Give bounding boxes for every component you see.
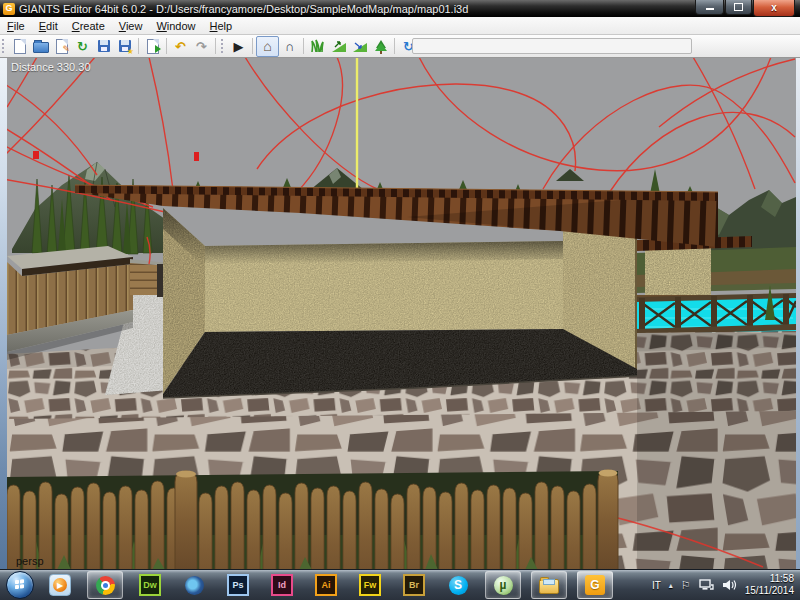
taskbar-indesign[interactable]: Id [265,572,299,598]
home-icon: ⌂ [263,38,271,54]
save-icon [98,40,110,52]
reload-icon: ↻ [77,39,88,54]
taskbar-dreamweaver[interactable]: Dw [133,572,167,598]
clock-date: 15/11/2014 [745,585,794,598]
window-titlebar[interactable]: G GIANTS Editor 64bit 6.0.2 - D:/Users/f… [0,0,800,17]
close-button[interactable]: x [753,0,795,17]
terrain-smooth-button[interactable] [349,37,370,56]
taskbar-explorer[interactable] [531,571,567,599]
play-icon: ▶ [234,39,244,54]
save-as-button[interactable]: ★ [114,37,135,56]
skype-icon: S [449,576,468,595]
main-shed [75,185,718,398]
save-button[interactable] [93,37,114,56]
window-right-border [796,57,800,570]
magnet-icon: ∩ [285,39,294,54]
dreamweaver-icon: Dw [139,574,161,596]
new-file-icon [14,39,26,54]
taskbar-firefox[interactable] [177,572,211,598]
toolbar-grip [2,39,7,53]
camera-label: persp [16,555,44,567]
language-indicator[interactable]: IT [652,580,661,591]
terrain-grass-button[interactable] [307,37,328,56]
magnet-snap-button[interactable]: ∩ [279,37,300,56]
taskbar-giants-editor[interactable]: G [577,571,613,599]
scene-canvas [7,57,796,570]
edit-file-button[interactable]: ✎ [51,37,72,56]
toolbar-separator [303,38,304,54]
minimize-button[interactable] [695,0,724,15]
maximize-button[interactable] [725,0,752,15]
system-tray: IT ▴ ⚐ 11:58 15/11/2014 [652,573,800,598]
pencil-icon: ✎ [62,45,70,54]
close-icon: x [771,3,777,13]
utorrent-icon: µ [494,576,513,595]
redo-button[interactable]: ↷ [191,37,212,56]
menu-view[interactable]: View [112,19,150,33]
chrome-icon [96,576,115,595]
toolbar-grip [221,39,226,53]
taskbar-fireworks[interactable]: Fw [353,572,387,598]
toolbar-separator [138,38,139,54]
indesign-icon: Id [271,574,293,596]
toolbar: ✎ ↻ ★ ↶ ↷ ▶ ⌂ ∩ ↻ ↻ [0,35,800,58]
minimize-icon [706,8,714,10]
terrain-raise-button[interactable] [328,37,349,56]
reload-button[interactable]: ↻ [72,37,93,56]
firefox-icon [185,576,204,595]
menu-file[interactable]: File [0,19,32,33]
tree-brush-button[interactable] [370,37,391,56]
volume-icon[interactable] [722,579,737,591]
menu-help[interactable]: Help [203,19,240,33]
explorer-folder-icon [539,579,559,594]
menu-window[interactable]: Window [149,19,202,33]
toolbar-separator [252,38,253,54]
grass-icon [310,39,325,53]
network-icon[interactable] [699,579,714,591]
window-title: GIANTS Editor 64bit 6.0.2 - D:/Users/fra… [19,3,468,15]
toolbar-separator [166,38,167,54]
toolbar-separator [394,38,395,54]
app-icon: G [3,3,15,15]
illustrator-icon: Ai [315,574,337,596]
taskbar-photoshop[interactable]: Ps [221,572,255,598]
terrain-smooth-icon [352,39,368,53]
taskbar-utorrent[interactable]: µ [485,571,521,599]
terrain-raise-icon [331,39,347,53]
toolbar-separator [215,38,216,54]
viewport-3d[interactable]: Distance 330.30 persp [0,57,800,570]
new-file-button[interactable] [9,37,30,56]
windows-flag-icon [15,580,19,584]
taskbar-chrome[interactable] [87,571,123,599]
clock-time: 11:58 [745,573,794,586]
media-player-icon: ▶ [49,574,71,596]
star-icon: ★ [127,47,134,56]
import-arrow-icon [155,45,161,53]
open-folder-icon [33,42,49,53]
undo-icon: ↶ [175,39,186,54]
taskbar-clock[interactable]: 11:58 15/11/2014 [745,573,794,598]
camera-home-button[interactable]: ⌂ [256,36,279,57]
undo-button[interactable]: ↶ [170,37,191,56]
open-file-button[interactable] [30,37,51,56]
taskbar-skype[interactable]: S [441,572,475,598]
picket-fence [7,470,618,571]
taskbar-wmp[interactable]: ▶ [43,572,77,598]
maximize-icon [734,3,743,11]
taskbar-bridge[interactable]: Br [397,572,431,598]
play-button[interactable]: ▶ [228,37,249,56]
photoshop-icon: Ps [227,574,249,596]
fireworks-icon: Fw [359,574,381,596]
start-button[interactable] [6,571,34,599]
bridge-icon: Br [403,574,425,596]
menu-bar: File Edit Create View Window Help [0,17,800,35]
menu-edit[interactable]: Edit [32,19,65,33]
import-button[interactable] [142,37,163,56]
distance-readout: Distance 330.30 [11,61,91,73]
taskbar-illustrator[interactable]: Ai [309,572,343,598]
window-left-border [0,57,7,570]
menu-create[interactable]: Create [65,19,112,33]
hidden-icons-button[interactable]: ▴ [669,581,673,590]
toolbar-status-field [412,38,692,54]
action-center-flag-icon[interactable]: ⚐ [681,579,691,592]
